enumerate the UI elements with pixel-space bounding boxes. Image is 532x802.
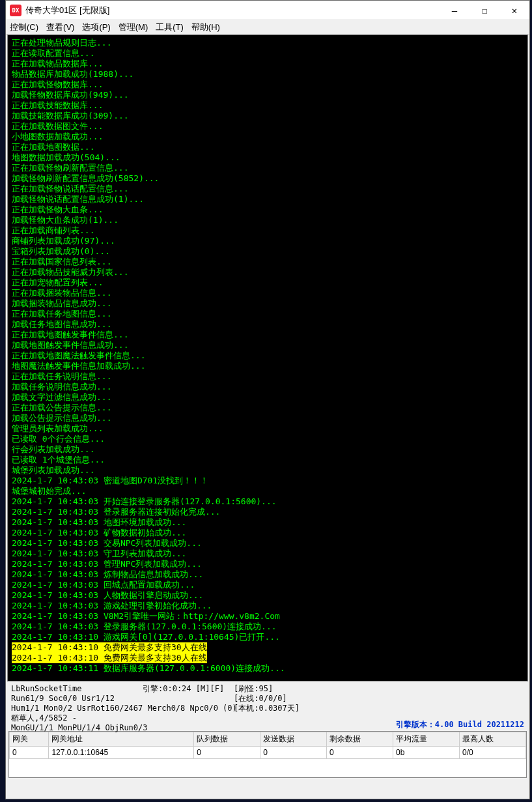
window-title: 传奇大学01区 [无限版] — [25, 5, 440, 16]
status-area: LbRunSocketTimeRun61/9 Soc0/0 Usr1/12Hum… — [6, 681, 529, 731]
minimize-button[interactable]: — — [440, 1, 469, 20]
col-header[interactable]: 发送数据 — [260, 732, 327, 747]
status-col-mid: 引擎:0:0:24 [M][F] — [143, 684, 224, 694]
col-header[interactable]: 剩余数据 — [327, 732, 393, 747]
menubar: 控制(C) 查看(V) 选项(P) 管理(M) 工具(T) 帮助(H) — [6, 20, 529, 35]
col-header[interactable]: 网关 — [10, 732, 49, 747]
table-row[interactable]: 0127.0.0.1:106450000b0/0 — [10, 747, 526, 759]
menu-manage[interactable]: 管理(M) — [119, 21, 148, 33]
menu-tools[interactable]: 工具(T) — [156, 21, 184, 33]
menu-options[interactable]: 选项(P) — [82, 21, 110, 33]
close-button[interactable]: ✕ — [499, 1, 529, 20]
col-header[interactable]: 网关地址 — [49, 732, 194, 747]
cell: 0 — [194, 747, 260, 759]
col-header[interactable]: 平均流量 — [393, 732, 460, 747]
cell: 0 — [260, 747, 327, 759]
cell: 0/0 — [460, 747, 526, 759]
gateway-table: 网关网关地址队列数据发送数据剩余数据平均流量最高人数 0127.0.0.1:10… — [8, 731, 527, 778]
col-header[interactable]: 队列数据 — [194, 732, 260, 747]
menu-view[interactable]: 查看(V) — [46, 21, 74, 33]
col-header[interactable]: 最高人数 — [460, 732, 526, 747]
cell: 0b — [393, 747, 460, 759]
maximize-button[interactable]: ☐ — [469, 1, 499, 20]
log-console[interactable]: 正在处理物品规则日志... 正在读取配置信息... 正在加载物品数据库... 物… — [7, 35, 528, 681]
titlebar[interactable]: DX 传奇大学01区 [无限版] — ☐ ✕ — [6, 1, 529, 20]
app-window: DX 传奇大学01区 [无限版] — ☐ ✕ 控制(C) 查看(V) 选项(P)… — [5, 0, 530, 799]
menu-help[interactable]: 帮助(H) — [191, 21, 220, 33]
app-icon: DX — [10, 5, 21, 16]
cell: 127.0.0.1:10645 — [49, 747, 194, 759]
table-header-row: 网关网关地址队列数据发送数据剩余数据平均流量最高人数 — [10, 732, 526, 747]
engine-version: 引擎版本：4.00 Build 20211212 — [396, 720, 524, 730]
menu-control[interactable]: 控制(C) — [10, 21, 38, 33]
cell: 0 — [10, 747, 49, 759]
cell: 0 — [327, 747, 393, 759]
status-col-right: [刷怪:95][在线:0/0/0][本机:0.0307天] — [234, 684, 300, 713]
